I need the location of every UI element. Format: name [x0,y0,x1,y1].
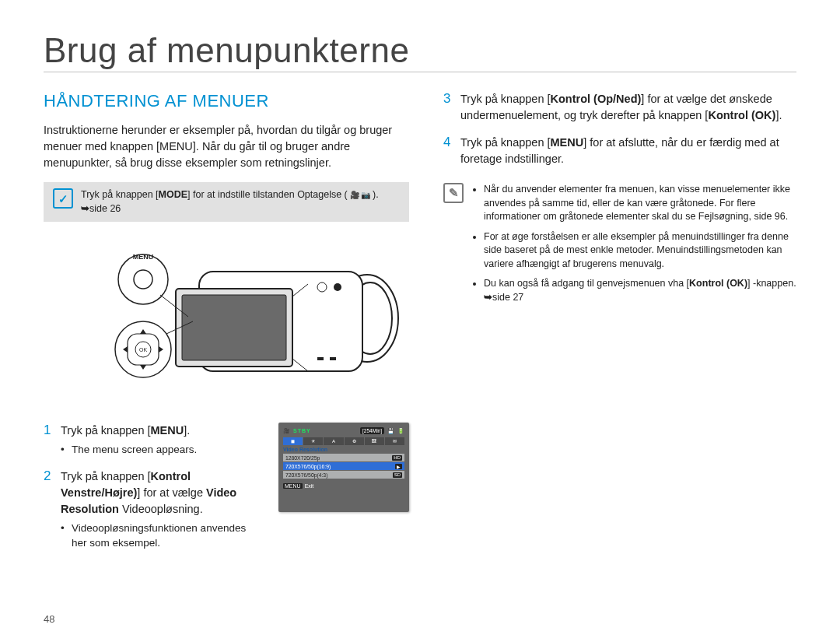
step-number: 1 [44,423,61,438]
menu-label: MENU [133,253,154,261]
svg-rect-4 [182,295,286,360]
card-icon: 💾 [387,428,394,434]
right-column: 3 Tryk på knappen [Kontrol (Op/Ned)] for… [443,91,796,562]
stby-label: STBY [293,428,311,433]
svg-point-12 [134,270,152,289]
pencil-icon: ✎ [443,183,464,203]
arrow-icon: ➥ [484,292,492,303]
video-resolution-label: Video Resolution [283,447,404,452]
mode-icon: 🎥 [283,428,290,434]
step-2: 2 Tryk på knappen [Kontrol Venstre/Højre… [44,468,263,551]
section-heading: HÅNDTERING AF MENUER [44,91,409,111]
battery-icon: 🔋 [397,428,404,434]
step-number: 2 [44,468,61,484]
ok-label: OK [139,347,147,353]
page-number: 48 [44,613,54,625]
resolution-option: 1280X720/25pHD [283,454,404,461]
step-3: 3 Tryk på knappen [Kontrol (Op/Ned)] for… [443,91,796,124]
time-badge: [254Min] [360,427,384,434]
svg-rect-10 [330,357,336,360]
intro-text: Instruktionerne herunder er eksempler på… [44,122,409,171]
resolution-option-selected: 720X576/50p(16:9)▶ [283,462,404,470]
note-text: Tryk på knappen [MODE] for at indstille … [81,188,400,216]
exit-row: MENUExit [283,483,404,489]
page-title: Brug af menupunkterne [44,31,796,72]
checkmark-icon: ✓ [53,188,73,209]
videocam-icon: 🎥 📷 [348,191,373,199]
svg-rect-9 [317,357,324,360]
tip-item: Du kan også få adgang til genvejsmenuen … [484,277,796,304]
tip-item: For at øge forståelsen er alle eksempler… [484,230,796,272]
svg-point-7 [317,282,327,292]
step-number: 4 [443,135,460,150]
step-1: 1 Tryk på knappen [MENU]. •The menu scre… [44,423,263,458]
note-box-tips: ✎ Når du anvender elementer fra menuen, … [443,183,796,310]
step-4: 4 Tryk på knappen [MENU] for at afslutte… [443,135,796,167]
tab-row: ◼☀A⚙🖼✉ [283,437,404,445]
camcorder-svg: MENU OK [44,240,409,404]
step-number: 3 [443,91,460,107]
tip-item: Når du anvender elementer fra menuen, ka… [484,183,796,224]
left-column: HÅNDTERING AF MENUER Instruktionerne her… [44,91,409,562]
camcorder-illustration: MENU OK [44,240,409,404]
svg-point-8 [334,283,341,291]
menu-screen-preview: 🎥 STBY [254Min] 💾 🔋 ◼☀A⚙🖼✉ Video Resolut… [278,423,409,512]
resolution-option: 720X576/50p(4:3)SD [283,471,404,479]
note-box-mode: ✓ Tryk på knappen [MODE] for at indstill… [44,182,409,222]
arrow-icon: ➥ [81,203,89,214]
